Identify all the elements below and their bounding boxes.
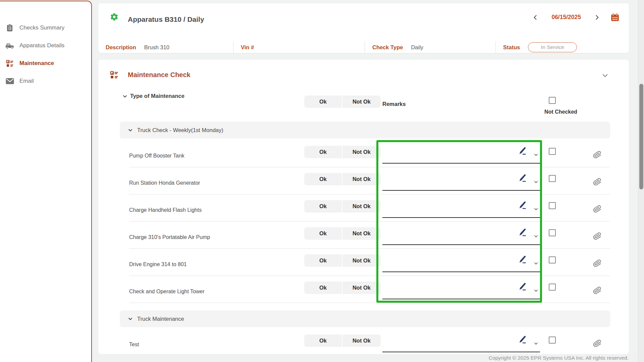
remarks-input[interactable] — [382, 289, 540, 299]
not-checked-checkbox[interactable] — [549, 284, 556, 291]
sidebar-item-email[interactable]: Email — [5, 72, 89, 90]
not-checked-checkbox[interactable] — [549, 148, 556, 155]
not-ok-button[interactable]: Not Ok — [342, 173, 381, 185]
calendar-icon[interactable] — [610, 13, 620, 22]
check-row: Drive Engine 314 to 801 Ok Not Ok — [120, 249, 610, 276]
ok-button[interactable]: Ok — [304, 335, 342, 347]
not-checked-checkbox[interactable] — [549, 256, 556, 263]
chevron-down-icon[interactable] — [533, 152, 539, 159]
group-title: Truck Maintenance — [137, 316, 184, 322]
envelope-icon — [5, 78, 14, 84]
previous-day-button[interactable] — [532, 14, 539, 21]
group-chevron-icon[interactable] — [128, 128, 133, 133]
check-row: Test Ok Not Ok — [120, 329, 610, 354]
apparatus-header-card: Apparatus B310 / Daily 06/15/2025 Descri… — [98, 3, 629, 53]
not-ok-button[interactable]: Not Ok — [342, 335, 381, 347]
info-field-check-type: Check Type Daily — [365, 41, 495, 53]
not-ok-button[interactable]: Not Ok — [342, 227, 381, 240]
ok-header-button[interactable]: Ok — [304, 96, 342, 108]
pen-icon[interactable] — [518, 174, 527, 184]
not-checked-checkbox[interactable] — [549, 337, 556, 344]
type-of-maintenance-chevron-icon[interactable] — [122, 94, 127, 100]
not-ok-button[interactable]: Not Ok — [342, 254, 381, 267]
remarks-input[interactable] — [382, 234, 540, 245]
check-group-header[interactable]: Truck Check - Weekly(1st Monday) — [120, 122, 610, 138]
chevron-down-icon[interactable] — [533, 288, 539, 295]
field-value: Brush 310 — [144, 44, 169, 51]
chevron-down-icon[interactable] — [533, 206, 539, 213]
check-row: Run Station Honda Generator Ok Not Ok — [120, 167, 610, 194]
ok-button[interactable]: Ok — [304, 173, 342, 185]
not-ok-header-button[interactable]: Not Ok — [342, 96, 381, 108]
ok-button[interactable]: Ok — [304, 200, 342, 213]
chevron-down-icon[interactable] — [533, 341, 539, 348]
sidebar-item-apparatus-details[interactable]: Apparatus Details — [5, 37, 89, 54]
ok-notok-group: Ok Not Ok — [304, 335, 381, 347]
page-title: Apparatus B310 / Daily — [128, 15, 204, 23]
checklist-icon — [5, 59, 14, 67]
sidebar-nav: Checks Summary Apparatus Details Mainten… — [5, 19, 89, 90]
status-badge: In Service — [528, 42, 577, 52]
paperclip-icon[interactable] — [592, 258, 602, 270]
section-title: Maintenance Check — [128, 71, 191, 79]
pen-icon[interactable] — [518, 228, 527, 238]
current-date[interactable]: 06/15/2025 — [551, 14, 581, 21]
field-label: Status — [503, 44, 520, 51]
pen-icon[interactable] — [518, 146, 527, 157]
ok-button[interactable]: Ok — [304, 146, 342, 158]
pen-icon[interactable] — [518, 201, 527, 211]
ok-notok-group: Ok Not Ok — [304, 282, 381, 294]
remarks-input[interactable] — [382, 153, 540, 164]
not-checked-checkbox[interactable] — [549, 97, 556, 104]
remarks-input[interactable] — [382, 342, 540, 352]
next-day-button[interactable] — [594, 14, 600, 21]
scrollbar-thumb[interactable] — [639, 84, 643, 189]
chevron-down-icon[interactable] — [533, 179, 539, 186]
pen-icon[interactable] — [518, 335, 527, 346]
maintenance-check-card: Maintenance Check Type of Maintenance Ok… — [98, 60, 629, 354]
check-item-label: Pump Off Booster Tank — [129, 153, 184, 159]
check-row: Check and Operate Light Tower Ok Not Ok — [120, 276, 610, 303]
footer-bar: Copyright © 2025 EPR Systems USA Inc. Al… — [93, 354, 638, 362]
remarks-input[interactable] — [382, 180, 540, 191]
pen-icon[interactable] — [518, 255, 527, 265]
sidebar-item-label: Apparatus Details — [19, 42, 64, 49]
checklist-icon — [110, 70, 118, 80]
remarks-input[interactable] — [382, 207, 540, 218]
not-ok-button[interactable]: Not Ok — [342, 200, 381, 213]
not-checked-checkbox[interactable] — [549, 175, 556, 182]
fire-truck-icon — [5, 42, 14, 50]
paperclip-icon[interactable] — [592, 339, 602, 350]
sidebar-item-checks-summary[interactable]: Checks Summary — [5, 19, 89, 37]
apparatus-info-row: Description Brush 310 Vin # Check Type D… — [106, 41, 622, 54]
not-checked-checkbox[interactable] — [549, 229, 556, 236]
ok-button[interactable]: Ok — [304, 254, 342, 267]
vertical-scrollbar[interactable] — [638, 0, 644, 362]
chevron-down-icon[interactable] — [533, 234, 539, 240]
not-ok-button[interactable]: Not Ok — [342, 146, 381, 158]
ok-notok-group: Ok Not Ok — [304, 146, 381, 158]
ok-button[interactable]: Ok — [304, 282, 342, 294]
ok-notok-group: Ok Not Ok — [304, 227, 381, 240]
not-ok-button[interactable]: Not Ok — [342, 282, 381, 294]
copyright-text: Copyright © 2025 EPR Systems USA Inc. Al… — [489, 355, 629, 361]
collapse-section-chevron-icon[interactable] — [601, 72, 609, 80]
chevron-down-icon[interactable] — [533, 261, 539, 267]
clipboard-icon — [5, 24, 14, 32]
paperclip-icon[interactable] — [592, 231, 602, 243]
paperclip-icon[interactable] — [592, 150, 602, 161]
paperclip-icon[interactable] — [592, 286, 602, 297]
pen-icon[interactable] — [518, 282, 527, 293]
sidebar-item-label: Checks Summary — [19, 24, 64, 31]
header-ok-notok-group: Ok Not Ok — [304, 96, 381, 108]
group-chevron-icon[interactable] — [128, 316, 133, 321]
paperclip-icon[interactable] — [592, 204, 602, 216]
sidebar-item-maintenance[interactable]: Maintenance — [5, 54, 89, 72]
not-checked-checkbox[interactable] — [549, 202, 556, 209]
ok-button[interactable]: Ok — [304, 227, 342, 240]
field-value: Daily — [411, 44, 423, 51]
remarks-input[interactable] — [382, 261, 540, 272]
check-group-header[interactable]: Truck Maintenance — [120, 310, 610, 327]
paperclip-icon[interactable] — [592, 177, 602, 188]
ok-notok-group: Ok Not Ok — [304, 254, 381, 267]
